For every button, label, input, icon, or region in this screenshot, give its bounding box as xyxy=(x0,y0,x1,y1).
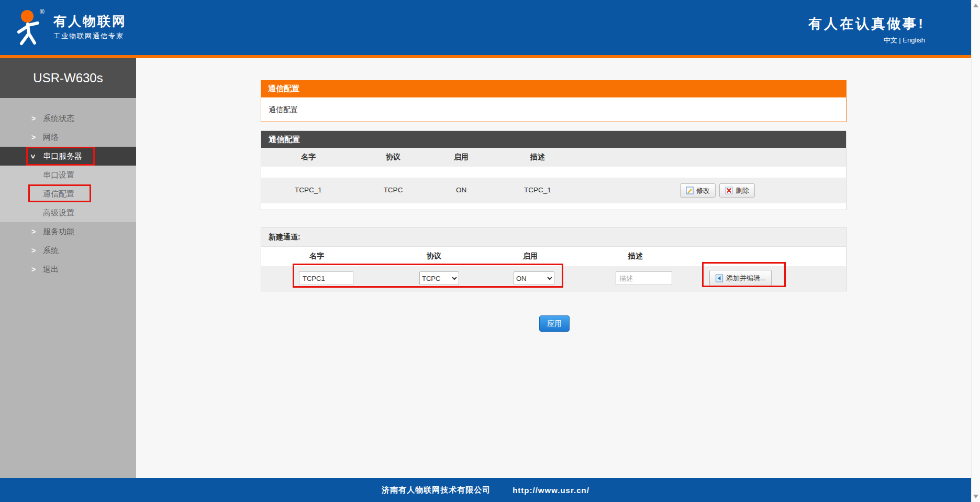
footer-bar: 济南有人物联网技术有限公司 http://www.usr.cn/ xyxy=(0,478,971,502)
page: ® 有人物联网 工业物联网通信专家 有人在认真做事! 中文 | English … xyxy=(0,0,980,502)
cell-description: TCPC_1 xyxy=(524,186,551,194)
table-header-row: 名字 协议 启用 描述 xyxy=(261,148,846,167)
comm-config-table: 通信配置 名字 协议 启用 描述 TCPC_1 TCPC ON TCPC_1 修… xyxy=(261,130,847,210)
col-header-protocol: 协议 xyxy=(427,252,441,261)
col-header-name: 名字 xyxy=(309,252,324,261)
table-title: 通信配置 xyxy=(261,131,846,148)
scroll-down-icon[interactable] xyxy=(973,495,978,498)
header-tagline: 有人在认真做事! xyxy=(808,15,925,33)
add-page-icon xyxy=(715,274,723,282)
add-and-edit-button[interactable]: 添加并编辑... xyxy=(709,270,772,287)
delete-x-icon xyxy=(725,187,733,194)
col-header-name: 名字 xyxy=(301,152,316,162)
sidebar-item-label: 服务功能 xyxy=(43,227,74,237)
accent-stripe xyxy=(0,55,971,58)
cell-name: TCPC_1 xyxy=(295,186,322,194)
sidebar: > 系统状态 > 网络 > 串口服务器 串口设置 通信配置 高级设置 > 服务功… xyxy=(0,98,136,478)
sidebar-item-service-functions[interactable]: > 服务功能 xyxy=(0,222,136,241)
chevron-right-icon: > xyxy=(31,246,43,255)
footer-company: 济南有人物联网技术有限公司 xyxy=(382,485,491,495)
sidebar-item-label: 系统 xyxy=(43,246,59,256)
col-header-description: 描述 xyxy=(530,152,545,162)
edit-pencil-icon xyxy=(686,187,694,194)
new-channel-input-row: TCPC ON 添加并编辑... xyxy=(261,266,846,291)
table-spacer-row xyxy=(261,167,846,178)
lang-en-link[interactable]: English xyxy=(903,36,925,44)
sidebar-item-label: 通信配置 xyxy=(43,189,74,199)
lang-zh-link[interactable]: 中文 xyxy=(884,36,897,44)
col-header-enabled: 启用 xyxy=(523,252,538,261)
sidebar-item-advanced-settings[interactable]: 高级设置 xyxy=(0,203,136,222)
edit-button[interactable]: 修改 xyxy=(680,183,716,198)
serial-server-submenu: 串口设置 通信配置 高级设置 xyxy=(0,166,136,222)
page-title: 通信配置 xyxy=(261,80,847,97)
vertical-scrollbar[interactable] xyxy=(971,0,980,502)
lang-separator: | xyxy=(899,36,900,44)
usr-logo-icon: ® xyxy=(10,7,48,47)
registered-mark: ® xyxy=(40,8,44,16)
description-input[interactable] xyxy=(616,271,672,285)
sidebar-item-serial-server[interactable]: > 串口服务器 xyxy=(0,147,136,166)
delete-button[interactable]: 删除 xyxy=(719,183,755,198)
sidebar-item-system[interactable]: > 系统 xyxy=(0,241,136,260)
sidebar-item-label: 网络 xyxy=(43,133,59,143)
chevron-down-icon: > xyxy=(31,152,43,160)
enabled-select[interactable]: ON xyxy=(514,271,554,285)
apply-button[interactable]: 应用 xyxy=(539,315,570,332)
col-header-enabled: 启用 xyxy=(454,152,469,162)
device-model-header: USR-W630s xyxy=(0,58,136,98)
top-header-bar: ® 有人物联网 工业物联网通信专家 有人在认真做事! 中文 | English xyxy=(0,0,971,55)
sidebar-item-comm-config[interactable]: 通信配置 xyxy=(0,184,136,203)
brand-subtitle: 工业物联网通信专家 xyxy=(53,31,124,41)
col-header-description: 描述 xyxy=(628,252,643,261)
row-actions: 修改 删除 xyxy=(680,183,755,198)
sidebar-item-logout[interactable]: > 退出 xyxy=(0,260,136,279)
chevron-right-icon: > xyxy=(31,114,43,123)
sidebar-item-label: 高级设置 xyxy=(43,208,74,218)
protocol-select[interactable]: TCPC xyxy=(419,271,459,285)
sidebar-item-system-status[interactable]: > 系统状态 xyxy=(0,109,136,128)
table-row: TCPC_1 TCPC ON TCPC_1 修改 xyxy=(261,178,846,203)
channel-name-input[interactable] xyxy=(299,271,353,285)
sidebar-item-label: 串口设置 xyxy=(43,170,74,180)
add-and-edit-label: 添加并编辑... xyxy=(726,274,766,283)
scroll-up-icon[interactable] xyxy=(973,4,978,7)
chevron-right-icon: > xyxy=(31,133,43,141)
sidebar-item-label: 串口服务器 xyxy=(43,151,82,161)
delete-button-label: 删除 xyxy=(736,186,749,195)
language-switch: 中文 | English xyxy=(884,36,925,45)
chevron-right-icon: > xyxy=(31,265,43,274)
sidebar-item-label: 退出 xyxy=(43,265,59,275)
cell-enabled: ON xyxy=(456,186,466,194)
chevron-right-icon: > xyxy=(31,227,43,236)
page-subtitle: 通信配置 xyxy=(261,97,847,122)
brand-name: 有人物联网 xyxy=(53,13,127,30)
footer-website-link[interactable]: http://www.usr.cn/ xyxy=(513,486,589,495)
new-channel-section: 新建通道: 名字 协议 启用 描述 TCPC ON 添加并编辑... xyxy=(261,227,847,291)
sidebar-item-network[interactable]: > 网络 xyxy=(0,128,136,147)
new-channel-title: 新建通道: xyxy=(261,227,846,247)
sidebar-item-label: 系统状态 xyxy=(43,114,74,124)
cell-protocol: TCPC xyxy=(384,186,403,194)
col-header-protocol: 协议 xyxy=(386,152,400,162)
new-channel-header-row: 名字 协议 启用 描述 xyxy=(261,247,846,266)
sidebar-item-serial-settings[interactable]: 串口设置 xyxy=(0,166,136,184)
edit-button-label: 修改 xyxy=(696,186,710,195)
